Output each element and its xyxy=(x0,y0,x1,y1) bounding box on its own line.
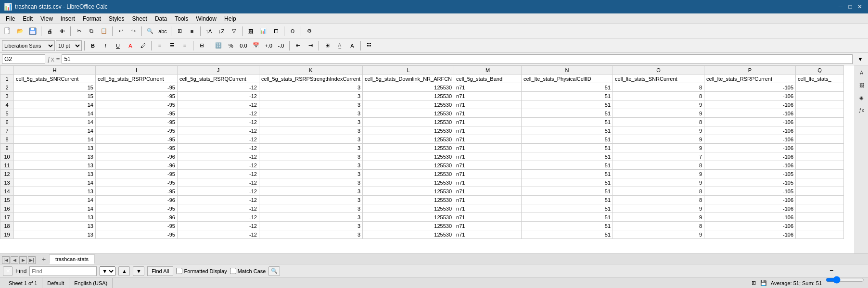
cell-M16[interactable]: n71 xyxy=(454,204,522,213)
cell-L7[interactable]: 125530 xyxy=(363,126,454,135)
cell-H1[interactable]: cell_5g_stats_SNRCurrent xyxy=(14,75,96,83)
cell-O6[interactable]: 8 xyxy=(613,118,704,126)
menu-edit[interactable]: Edit xyxy=(19,14,37,23)
cell-J13[interactable]: -12 xyxy=(178,178,259,187)
cell-K5[interactable]: 3 xyxy=(259,109,363,118)
cell-N8[interactable]: 51 xyxy=(522,135,613,144)
cell-H14[interactable]: 13 xyxy=(14,187,96,196)
cell-Q4[interactable] xyxy=(796,100,844,109)
row-num-18[interactable]: 18 xyxy=(0,222,14,230)
cell-J14[interactable]: -12 xyxy=(178,187,259,196)
col-header-K[interactable]: K xyxy=(259,66,363,75)
cell-P18[interactable]: -106 xyxy=(704,222,796,230)
cell-L13[interactable]: 125530 xyxy=(363,178,454,187)
cell-N2[interactable]: 51 xyxy=(522,83,613,92)
row-num-3[interactable]: 3 xyxy=(0,92,14,100)
match-case-label[interactable]: Match Case xyxy=(230,268,266,274)
indent-left-button[interactable]: ⇤ xyxy=(292,40,304,51)
sort-desc-button[interactable]: ↓Z xyxy=(216,25,227,37)
cut-button[interactable]: ✂ xyxy=(73,25,85,37)
cell-I13[interactable]: -95 xyxy=(96,178,178,187)
text-color2-button[interactable]: A xyxy=(346,40,358,51)
print-preview-button[interactable]: 👁 xyxy=(56,25,68,37)
table-wrapper[interactable]: H I J K L M N O P Q 1 xyxy=(0,65,855,253)
cell-I18[interactable]: -95 xyxy=(96,222,178,230)
cell-N3[interactable]: 51 xyxy=(522,92,613,100)
row-num-2[interactable]: 2 xyxy=(0,83,14,92)
cell-H2[interactable]: 15 xyxy=(14,83,96,92)
cell-Q15[interactable] xyxy=(796,196,844,204)
cell-Q14[interactable] xyxy=(796,187,844,196)
format-number-button[interactable]: 🔢 xyxy=(213,40,224,51)
cell-L9[interactable]: 125530 xyxy=(363,144,454,152)
cell-I1[interactable]: cell_5g_stats_RSRPCurrent xyxy=(96,75,178,83)
percent-button[interactable]: % xyxy=(225,40,237,51)
find-input[interactable] xyxy=(29,266,97,276)
cell-I15[interactable]: -96 xyxy=(96,196,178,204)
font-color-button[interactable]: A xyxy=(125,40,136,51)
special-char-button[interactable]: Ω xyxy=(287,25,298,37)
sidebar-gallery-icon[interactable]: 🖼 xyxy=(856,80,867,90)
find-prev-button[interactable]: ▲ xyxy=(118,266,130,276)
col-header-J[interactable]: J xyxy=(178,66,259,75)
cell-J1[interactable]: cell_5g_stats_RSRQCurrent xyxy=(178,75,259,83)
col-header-L[interactable]: L xyxy=(363,66,454,75)
find-close-button[interactable]: ✕ xyxy=(3,266,13,276)
dec-inc-button[interactable]: +.0 xyxy=(263,40,274,51)
copy-button[interactable]: ⧉ xyxy=(86,25,97,37)
cell-J12[interactable]: -12 xyxy=(178,170,259,178)
cell-K3[interactable]: 3 xyxy=(259,92,363,100)
row-num-4[interactable]: 4 xyxy=(0,100,14,109)
menu-window[interactable]: Window xyxy=(192,14,220,23)
cell-P8[interactable]: -106 xyxy=(704,135,796,144)
cell-O1[interactable]: cell_lte_stats_SNRCurrent xyxy=(613,75,704,83)
macros-button[interactable]: ⚙ xyxy=(304,25,315,37)
row-num-12[interactable]: 12 xyxy=(0,170,14,178)
cell-I14[interactable]: -95 xyxy=(96,187,178,196)
cell-M18[interactable]: n71 xyxy=(454,222,522,230)
cell-J11[interactable]: -12 xyxy=(178,161,259,170)
cell-K13[interactable]: 3 xyxy=(259,178,363,187)
insert-image-button[interactable]: 🖼 xyxy=(245,25,256,37)
thousands-button[interactable]: 0.0 xyxy=(238,40,249,51)
row-num-17[interactable]: 17 xyxy=(0,213,14,222)
menu-data[interactable]: Data xyxy=(151,14,171,23)
cell-J6[interactable]: -12 xyxy=(178,118,259,126)
cell-J8[interactable]: -12 xyxy=(178,135,259,144)
cell-O13[interactable]: 9 xyxy=(613,178,704,187)
cell-M15[interactable]: n71 xyxy=(454,196,522,204)
cell-Q6[interactable] xyxy=(796,118,844,126)
cell-H13[interactable]: 14 xyxy=(14,178,96,187)
col-header-I[interactable]: I xyxy=(96,66,178,75)
cell-K8[interactable]: 3 xyxy=(259,135,363,144)
cell-M17[interactable]: n71 xyxy=(454,213,522,222)
menu-tools[interactable]: Tools xyxy=(171,14,192,23)
cell-Q2[interactable] xyxy=(796,83,844,92)
cell-L1[interactable]: cell_5g_stats_Downlink_NR_ARFCN xyxy=(363,75,454,83)
cell-I6[interactable]: -95 xyxy=(96,118,178,126)
cell-P7[interactable]: -106 xyxy=(704,126,796,135)
cell-M14[interactable]: n71 xyxy=(454,187,522,196)
tab-prev-button[interactable]: ◀ xyxy=(11,256,18,264)
cell-L4[interactable]: 125530 xyxy=(363,100,454,109)
zoom-decrease-button[interactable]: − xyxy=(826,264,837,276)
cell-O5[interactable]: 9 xyxy=(613,109,704,118)
cell-Q19[interactable] xyxy=(796,230,844,239)
menu-insert[interactable]: Insert xyxy=(57,14,79,23)
cell-J19[interactable]: -12 xyxy=(178,230,259,239)
expand-formula-button[interactable]: ▼ xyxy=(855,53,866,65)
sidebar-functions-icon[interactable]: ƒx xyxy=(856,105,867,115)
cell-Q7[interactable] xyxy=(796,126,844,135)
row-num-7[interactable]: 7 xyxy=(0,126,14,135)
cell-P10[interactable]: -106 xyxy=(704,152,796,161)
find-options-button[interactable]: 🔍 xyxy=(268,266,280,276)
cell-K18[interactable]: 3 xyxy=(259,222,363,230)
table-view-button[interactable]: ⊞ xyxy=(174,25,185,37)
sidebar-navigator-icon[interactable]: ◉ xyxy=(856,92,867,103)
cell-L18[interactable]: 125530 xyxy=(363,222,454,230)
maximize-button[interactable]: □ xyxy=(846,2,855,11)
find-all-button[interactable]: Find All xyxy=(147,266,173,276)
cell-J18[interactable]: -12 xyxy=(178,222,259,230)
cell-K19[interactable]: 3 xyxy=(259,230,363,239)
cell-K1[interactable]: cell_5g_stats_RSRPStrengthIndexCurrent xyxy=(259,75,363,83)
